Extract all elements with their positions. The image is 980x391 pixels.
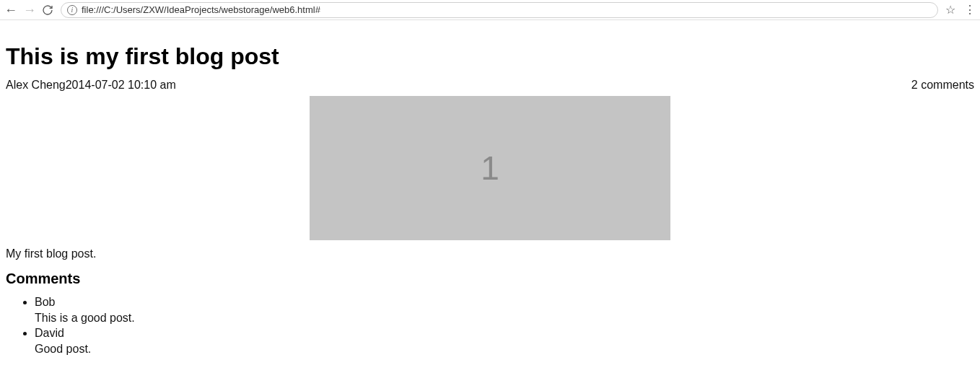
post-meta-row: Alex Cheng2014-07-02 10:10 am 2 comments: [6, 79, 974, 92]
post-image-placeholder: 1: [310, 96, 670, 240]
address-bar[interactable]: i file:///C:/Users/ZXW/IdeaProjects/webs…: [61, 2, 938, 18]
info-icon[interactable]: i: [67, 5, 77, 15]
post-meta-left: Alex Cheng2014-07-02 10:10 am: [6, 79, 176, 92]
comment-text: Good post.: [35, 341, 974, 357]
comments-count-link[interactable]: 2 comments: [911, 79, 974, 92]
post-body: My first blog post.: [6, 247, 974, 260]
image-placeholder-text: 1: [481, 149, 499, 188]
comments-heading: Comments: [6, 271, 974, 287]
list-item: David Good post.: [35, 325, 974, 356]
page-content: This is my first blog post Alex Cheng201…: [0, 20, 980, 371]
forward-button[interactable]: →: [23, 4, 36, 17]
list-item: Bob This is a good post.: [35, 294, 974, 325]
url-text: file:///C:/Users/ZXW/IdeaProjects/websto…: [82, 4, 932, 15]
comment-text: This is a good post.: [35, 310, 974, 326]
post-title: This is my first blog post: [6, 43, 974, 70]
bookmark-star-icon[interactable]: ☆: [944, 3, 957, 17]
comment-author: Bob: [35, 294, 974, 310]
browser-menu-icon[interactable]: ⋮: [963, 3, 976, 17]
comment-author: David: [35, 325, 974, 341]
comments-list: Bob This is a good post. David Good post…: [6, 294, 974, 356]
post-timestamp: 2014-07-02 10:10 am: [66, 79, 176, 91]
reload-button[interactable]: [42, 4, 55, 16]
back-button[interactable]: ←: [4, 4, 17, 17]
post-author: Alex Cheng: [6, 79, 66, 91]
browser-toolbar: ← → i file:///C:/Users/ZXW/IdeaProjects/…: [0, 0, 980, 20]
